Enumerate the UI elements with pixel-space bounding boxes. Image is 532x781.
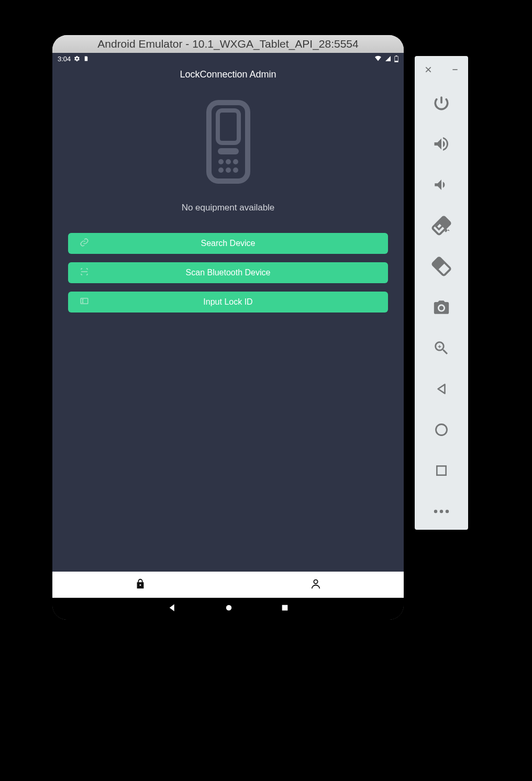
power-button[interactable] xyxy=(430,92,452,114)
svg-point-10 xyxy=(226,168,231,173)
svg-rect-20 xyxy=(432,257,445,270)
volume-down-button[interactable] xyxy=(430,174,452,196)
lock-icon xyxy=(135,577,146,592)
svg-point-8 xyxy=(233,159,238,164)
scan-icon xyxy=(80,267,89,278)
svg-point-7 xyxy=(226,159,231,164)
volume-up-button[interactable] xyxy=(430,133,452,155)
zoom-button[interactable] xyxy=(430,337,452,359)
gear-icon xyxy=(74,55,80,62)
device-illustration xyxy=(52,100,404,184)
svg-point-24 xyxy=(440,510,443,513)
battery-icon xyxy=(394,55,398,62)
svg-point-21 xyxy=(436,425,447,436)
svg-rect-22 xyxy=(437,466,446,475)
svg-point-6 xyxy=(218,159,224,164)
app-title: LockConnection Admin xyxy=(180,69,276,80)
svg-point-15 xyxy=(226,605,231,611)
scan-bluetooth-label: Scan Bluetooth Device xyxy=(186,268,271,277)
wifi-icon xyxy=(374,55,382,62)
tab-profile[interactable] xyxy=(228,572,404,598)
emulator-title: Android Emulator - 10.1_WXGA_Tablet_API_… xyxy=(97,38,358,50)
status-time: 3:04 xyxy=(58,55,71,63)
android-nav-bar xyxy=(52,598,404,620)
empty-state-text: No equipment available xyxy=(52,203,404,213)
search-device-label: Search Device xyxy=(201,239,255,248)
nav-home-button[interactable] xyxy=(224,603,234,615)
emulator-window: Android Emulator - 10.1_WXGA_Tablet_API_… xyxy=(52,35,404,620)
phone-illustration-icon xyxy=(206,100,250,184)
svg-point-23 xyxy=(434,510,437,513)
svg-rect-12 xyxy=(81,298,88,304)
scan-bluetooth-button[interactable]: Scan Bluetooth Device xyxy=(68,262,388,283)
input-lock-id-button[interactable]: Input Lock ID xyxy=(68,292,388,313)
svg-rect-2 xyxy=(395,61,398,62)
svg-rect-5 xyxy=(218,148,239,154)
tab-lock[interactable] xyxy=(52,572,228,598)
emulator-side-toolbar xyxy=(415,56,468,530)
screenshot-button[interactable] xyxy=(430,296,452,318)
svg-point-13 xyxy=(139,584,141,586)
emu-more-button[interactable] xyxy=(430,500,452,522)
svg-rect-16 xyxy=(282,605,287,611)
link-icon xyxy=(80,238,89,249)
app-header: LockConnection Admin xyxy=(52,64,404,84)
app-body: No equipment available Search Device Sca… xyxy=(52,84,404,572)
svg-rect-1 xyxy=(396,55,397,56)
android-status-bar: 3:04 xyxy=(52,53,404,64)
emu-back-button[interactable] xyxy=(430,378,452,400)
signal-icon xyxy=(385,55,391,62)
action-buttons: Search Device Scan Bluetooth Device Inpu… xyxy=(52,233,404,313)
emulator-titlebar: Android Emulator - 10.1_WXGA_Tablet_API_… xyxy=(52,35,404,53)
svg-point-11 xyxy=(233,168,238,173)
rotate-left-button[interactable] xyxy=(430,215,452,237)
rotate-right-button[interactable] xyxy=(430,255,452,277)
nav-back-button[interactable] xyxy=(168,603,177,615)
page-icon xyxy=(83,55,89,62)
svg-point-25 xyxy=(446,510,449,513)
nav-overview-button[interactable] xyxy=(281,604,289,614)
svg-point-14 xyxy=(314,580,318,584)
close-emulator-button[interactable] xyxy=(424,65,433,76)
bottom-tab-bar xyxy=(52,572,404,598)
input-form-icon xyxy=(80,296,89,308)
input-lock-id-label: Input Lock ID xyxy=(203,297,252,307)
search-device-button[interactable]: Search Device xyxy=(68,233,388,254)
emu-home-button[interactable] xyxy=(430,419,452,441)
svg-rect-4 xyxy=(218,110,239,143)
user-icon xyxy=(310,577,322,592)
emu-overview-button[interactable] xyxy=(430,460,452,482)
svg-point-9 xyxy=(218,168,224,173)
minimize-emulator-button[interactable] xyxy=(451,65,459,76)
device-screen: 3:04 LockConnection Admin xyxy=(52,53,404,620)
